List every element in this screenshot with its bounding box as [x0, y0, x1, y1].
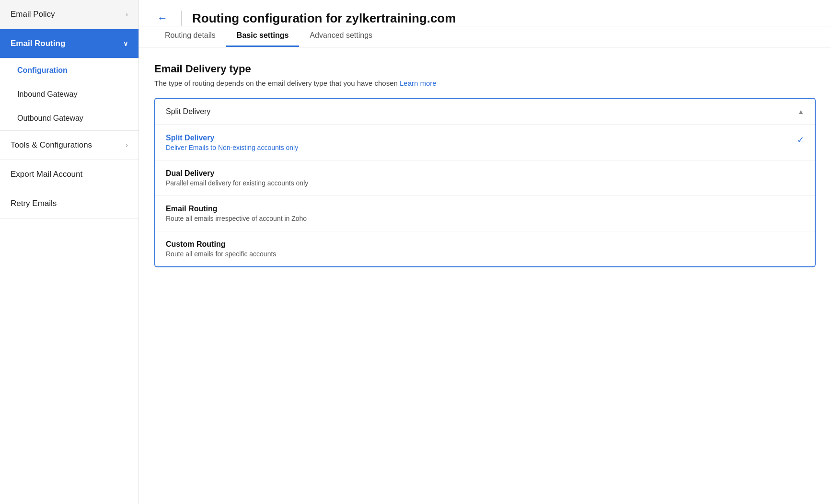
delivery-type-dropdown: Split Delivery ▲ Split Delivery Deliver …	[154, 98, 816, 267]
learn-more-link[interactable]: Learn more	[400, 79, 437, 87]
option-dual-delivery[interactable]: Dual Delivery Parallel email delivery fo…	[155, 160, 815, 196]
sidebar-item-tools-label: Tools & Configurations	[11, 140, 92, 150]
sidebar-item-export-label: Export Mail Account	[11, 170, 82, 179]
email-routing-title: Email Routing	[166, 205, 804, 213]
sidebar-item-tools-configurations[interactable]: Tools & Configurations ›	[0, 131, 138, 160]
sidebar-item-retry-label: Retry Emails	[11, 199, 57, 208]
sidebar-sub-item-inbound-label: Inbound Gateway	[17, 90, 77, 98]
tab-routing-details[interactable]: Routing details	[154, 26, 226, 47]
dropdown-selected-label: Split Delivery	[166, 107, 210, 116]
dual-delivery-desc: Parallel email delivery for existing acc…	[166, 179, 804, 187]
sidebar-item-email-routing[interactable]: Email Routing ∨	[0, 29, 138, 58]
sidebar-item-email-policy[interactable]: Email Policy ›	[0, 0, 138, 29]
chevron-right-icon-tools: ›	[126, 141, 128, 149]
back-button[interactable]: ←	[154, 13, 171, 23]
sidebar-item-email-policy-label: Email Policy	[11, 10, 55, 19]
custom-routing-title: Custom Routing	[166, 240, 804, 249]
dropdown-options: Split Delivery Deliver Emails to Non-exi…	[155, 125, 815, 266]
page-title: Routing configuration for zylkertraining…	[192, 11, 807, 26]
split-delivery-title: Split Delivery	[166, 134, 298, 142]
main-header: ← Routing configuration for zylkertraini…	[139, 0, 831, 26]
header-separator	[181, 11, 182, 26]
content-area: Email Delivery type The type of routing …	[139, 47, 831, 283]
email-routing-desc: Route all emails irrespective of account…	[166, 215, 804, 222]
chevron-right-icon: ›	[126, 11, 128, 18]
sidebar-sub-item-configuration-label: Configuration	[17, 66, 68, 74]
option-split-delivery[interactable]: Split Delivery Deliver Emails to Non-exi…	[155, 125, 815, 160]
sidebar-item-configuration[interactable]: Configuration	[0, 58, 138, 82]
sidebar: Email Policy › Email Routing ∨ Configura…	[0, 0, 139, 504]
section-title: Email Delivery type	[154, 63, 816, 75]
sidebar-email-routing-subitems: Configuration Inbound Gateway Outbound G…	[0, 58, 138, 131]
section-description: The type of routing depends on the email…	[154, 79, 816, 87]
custom-routing-desc: Route all emails for specific accounts	[166, 250, 804, 258]
dual-delivery-title: Dual Delivery	[166, 169, 804, 178]
sidebar-item-inbound-gateway[interactable]: Inbound Gateway	[0, 82, 138, 106]
tab-advanced-settings[interactable]: Advanced settings	[299, 26, 383, 47]
tab-basic-settings[interactable]: Basic settings	[226, 26, 299, 47]
option-email-routing[interactable]: Email Routing Route all emails irrespect…	[155, 196, 815, 231]
sidebar-item-email-routing-label: Email Routing	[11, 39, 65, 48]
option-custom-routing[interactable]: Custom Routing Route all emails for spec…	[155, 231, 815, 266]
sidebar-item-outbound-gateway[interactable]: Outbound Gateway	[0, 106, 138, 130]
dropdown-header[interactable]: Split Delivery ▲	[155, 99, 815, 125]
chevron-down-icon: ∨	[123, 40, 128, 47]
sidebar-item-export-mail[interactable]: Export Mail Account	[0, 160, 138, 189]
main-content: ← Routing configuration for zylkertraini…	[139, 0, 831, 504]
split-delivery-desc: Deliver Emails to Non-existing accounts …	[166, 144, 298, 151]
dropdown-chevron-icon: ▲	[797, 108, 804, 115]
sidebar-item-retry-emails[interactable]: Retry Emails	[0, 189, 138, 218]
sidebar-sub-item-outbound-label: Outbound Gateway	[17, 114, 83, 122]
check-icon: ✓	[797, 135, 804, 145]
